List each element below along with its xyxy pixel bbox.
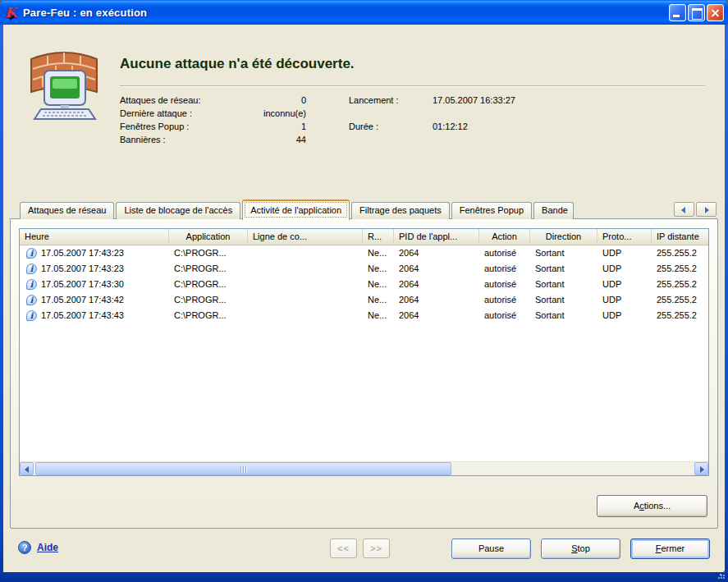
firewall-window: Pare-Feu : en exécution Aucune attaque n…	[0, 0, 728, 582]
cell-application: C:\PROGR...	[169, 261, 248, 277]
cell-application: C:\PROGR...	[169, 277, 248, 292]
cell-proto: UDP	[598, 245, 652, 261]
cell-application: C:\PROGR...	[169, 308, 248, 323]
previous-report-button[interactable]: <<	[330, 538, 357, 558]
close-window-button[interactable]: Fermer	[630, 538, 710, 559]
cell-pid: 2064	[394, 292, 479, 308]
tab-bannieres[interactable]: Bande	[533, 202, 574, 219]
info-icon	[26, 279, 37, 290]
cell-action: autorisé	[479, 261, 530, 277]
stat-value: inconnu(e)	[247, 108, 306, 118]
cell-heure: 17.05.2007 17:43:23	[41, 245, 124, 261]
close-button[interactable]	[707, 4, 724, 21]
help-label: Aide	[37, 542, 58, 553]
cell-pid: 2064	[394, 308, 479, 323]
stat-label: Bannières :	[120, 135, 247, 144]
column-header-regle[interactable]: R...	[363, 229, 394, 245]
scroll-right-icon[interactable]	[694, 462, 708, 475]
cell-proto: UDP	[598, 292, 652, 308]
cell-ip: 255.255.2	[652, 308, 708, 323]
stat-value: 1	[247, 121, 306, 131]
actions-button[interactable]: Actions...	[597, 495, 707, 517]
cell-regle: Ne...	[363, 277, 394, 292]
cell-direction: Sortant	[530, 277, 598, 292]
cell-pid: 2064	[394, 261, 479, 277]
cell-ip: 255.255.2	[652, 277, 708, 292]
next-report-button[interactable]: >>	[363, 538, 390, 558]
tab-liste-de-blocage[interactable]: Liste de blocage de l'accès	[116, 202, 240, 219]
tab-activite-application[interactable]: Activité de l'application	[242, 199, 350, 220]
cell-heure: 17.05.2007 17:43:23	[41, 261, 124, 277]
column-header-ligne-de-commande[interactable]: Ligne de co...	[248, 229, 363, 245]
stats-left: Attaques de réseau: 0 Dernière attaque :…	[120, 95, 306, 144]
column-header-direction[interactable]: Direction	[530, 229, 598, 245]
cell-direction: Sortant	[530, 261, 598, 277]
tab-page-activite: Heure Application Ligne de co... R... PI…	[10, 218, 718, 529]
pause-button[interactable]: Pause	[451, 538, 531, 559]
help-icon	[18, 541, 31, 554]
column-header-application[interactable]: Application	[169, 229, 248, 245]
stat-label: Lancement :	[349, 95, 433, 118]
kaspersky-logo-icon	[5, 6, 19, 20]
cell-direction: Sortant	[530, 308, 598, 323]
tab-attaques-de-reseau[interactable]: Attaques de réseau	[20, 202, 114, 219]
info-icon	[26, 248, 37, 259]
stat-value: 17.05.2007 16:33:27	[433, 95, 515, 118]
cell-ligne	[248, 308, 363, 323]
table-row[interactable]: 17.05.2007 17:43:42 C:\PROGR... Ne... 20…	[20, 292, 708, 308]
column-header-ip-distante[interactable]: IP distante	[652, 229, 709, 245]
cell-ligne	[248, 245, 363, 261]
cell-action: autorisé	[479, 277, 530, 292]
cell-ip: 255.255.2	[652, 245, 708, 261]
table-row[interactable]: 17.05.2007 17:43:30 C:\PROGR... Ne... 20…	[20, 277, 708, 292]
window-title: Pare-Feu : en exécution	[23, 7, 669, 19]
stat-label: Dernière attaque :	[120, 108, 247, 118]
scrollbar-thumb[interactable]	[35, 462, 451, 475]
stat-label: Attaques de réseau:	[120, 95, 247, 105]
resize-grip[interactable]	[715, 569, 726, 580]
stop-button[interactable]: Stop	[541, 538, 620, 559]
cell-heure: 17.05.2007 17:43:43	[41, 308, 124, 323]
tab-scroll-right-icon[interactable]	[696, 202, 717, 217]
table-row[interactable]: 17.05.2007 17:43:23 C:\PROGR... Ne... 20…	[20, 245, 708, 261]
column-header-protocole[interactable]: Proto...	[598, 229, 652, 245]
cell-ligne	[248, 261, 363, 277]
help-link[interactable]: Aide	[18, 541, 58, 554]
cell-action: autorisé	[479, 308, 530, 323]
cell-regle: Ne...	[363, 292, 394, 308]
info-icon	[26, 295, 37, 305]
maximize-button[interactable]	[688, 4, 705, 21]
cell-ligne	[248, 292, 363, 308]
cell-ip: 255.255.2	[652, 292, 708, 308]
minimize-button[interactable]	[669, 4, 686, 21]
cell-direction: Sortant	[530, 245, 598, 261]
cell-regle: Ne...	[363, 308, 394, 323]
stat-label: Fenêtres Popup :	[120, 121, 247, 131]
cell-application: C:\PROGR...	[169, 245, 248, 261]
tab-scroll-left-icon[interactable]	[674, 202, 694, 217]
footer: Aide << >> Pause Stop Fermer	[3, 528, 725, 572]
cell-heure: 17.05.2007 17:43:30	[41, 277, 124, 292]
cell-pid: 2064	[394, 245, 479, 261]
tabstrip: Attaques de réseau Liste de blocage de l…	[10, 197, 718, 218]
cell-pid: 2064	[394, 277, 479, 292]
column-header-heure[interactable]: Heure	[20, 229, 169, 245]
tab-filtrage-des-paquets[interactable]: Filtrage des paquets	[351, 202, 450, 219]
titlebar[interactable]: Pare-Feu : en exécution	[0, 0, 728, 25]
cell-ip: 255.255.2	[652, 261, 708, 277]
client-area: Aucune attaque n'a été découverte. Attaq…	[3, 25, 725, 572]
stat-label: Durée :	[349, 121, 433, 144]
status-header: Aucune attaque n'a été découverte. Attaq…	[3, 25, 725, 195]
scrollbar-track[interactable]	[34, 462, 694, 475]
table-row[interactable]: 17.05.2007 17:43:23 C:\PROGR... Ne... 20…	[20, 261, 708, 277]
cell-proto: UDP	[598, 277, 652, 292]
column-header-action[interactable]: Action	[479, 229, 530, 245]
cell-direction: Sortant	[530, 292, 598, 308]
scroll-left-icon[interactable]	[20, 462, 34, 475]
table-header-row: Heure Application Ligne de co... R... PI…	[20, 229, 708, 245]
cell-regle: Ne...	[363, 261, 394, 277]
stats-right: Lancement : 17.05.2007 16:33:27 Durée : …	[349, 95, 515, 144]
column-header-pid[interactable]: PID de l'appl...	[394, 229, 479, 245]
tab-fenetres-popup[interactable]: Fenêtres Popup	[451, 202, 532, 219]
table-row[interactable]: 17.05.2007 17:43:43 C:\PROGR... Ne... 20…	[20, 308, 708, 323]
